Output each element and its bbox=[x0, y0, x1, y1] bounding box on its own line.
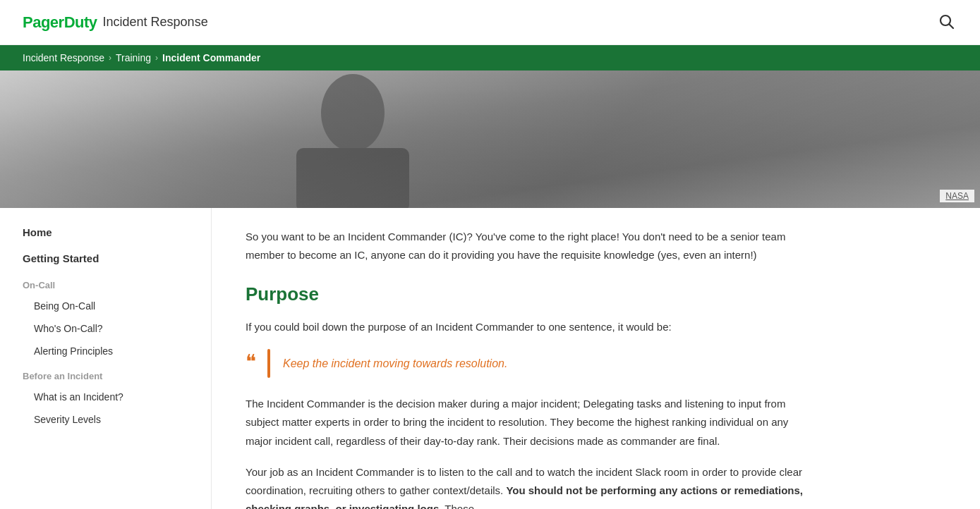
breadcrumb-item-1[interactable]: Incident Response bbox=[23, 52, 104, 63]
svg-line-1 bbox=[950, 25, 954, 29]
sidebar-section-oncall: On-Call bbox=[0, 271, 211, 295]
sidebar-section-before-incident: Before an Incident bbox=[0, 362, 211, 386]
sidebar: Home Getting Started On-Call Being On-Ca… bbox=[0, 208, 212, 509]
svg-rect-5 bbox=[296, 148, 409, 208]
hero-image: NASA bbox=[0, 70, 980, 208]
sidebar-item-alerting-principles[interactable]: Alerting Principles bbox=[0, 340, 211, 362]
quote-text: Keep the incident moving towards resolut… bbox=[283, 349, 507, 379]
breadcrumb-sep-1: › bbox=[109, 53, 111, 63]
sidebar-item-severity-levels[interactable]: Severity Levels bbox=[0, 408, 211, 431]
breadcrumb: Incident Response › Training › Incident … bbox=[0, 45, 980, 70]
content-body-2: Your job as an Incident Commander is to … bbox=[246, 463, 813, 509]
content-intro: So you want to be an Incident Commander … bbox=[246, 228, 813, 264]
logo-brand: PagerDuty bbox=[23, 13, 97, 32]
breadcrumb-sep-2: › bbox=[155, 53, 158, 63]
search-icon bbox=[938, 13, 955, 30]
sidebar-item-being-oncall[interactable]: Being On-Call bbox=[0, 295, 211, 317]
nasa-badge[interactable]: NASA bbox=[940, 190, 974, 202]
logo-area: PagerDuty Incident Response bbox=[23, 13, 208, 32]
sidebar-item-home[interactable]: Home bbox=[0, 219, 211, 245]
site-header: PagerDuty Incident Response bbox=[0, 0, 980, 45]
sidebar-item-what-is-incident[interactable]: What is an Incident? bbox=[0, 386, 211, 408]
quote-block: ❝ Keep the incident moving towards resol… bbox=[246, 349, 813, 379]
search-button[interactable] bbox=[935, 10, 957, 35]
logo-subtitle: Incident Response bbox=[103, 15, 208, 30]
content-body-1: The Incident Commander is the decision m… bbox=[246, 395, 813, 450]
quote-mark-icon: ❝ bbox=[246, 349, 256, 379]
main-content: So you want to be an Incident Commander … bbox=[212, 208, 847, 509]
main-layout: Home Getting Started On-Call Being On-Ca… bbox=[0, 208, 980, 509]
purpose-intro: If you could boil down the purpose of an… bbox=[246, 318, 813, 336]
breadcrumb-current: Incident Commander bbox=[162, 52, 260, 63]
content-body-2-cont: Those bbox=[442, 503, 474, 509]
purpose-title: Purpose bbox=[246, 283, 813, 305]
breadcrumb-item-2[interactable]: Training bbox=[116, 52, 151, 63]
sidebar-item-getting-started[interactable]: Getting Started bbox=[0, 245, 211, 271]
svg-point-4 bbox=[321, 74, 385, 152]
svg-rect-3 bbox=[0, 70, 980, 208]
hero-figure bbox=[0, 70, 980, 208]
quote-bar bbox=[267, 349, 270, 379]
sidebar-item-whos-oncall[interactable]: Who's On-Call? bbox=[0, 317, 211, 340]
